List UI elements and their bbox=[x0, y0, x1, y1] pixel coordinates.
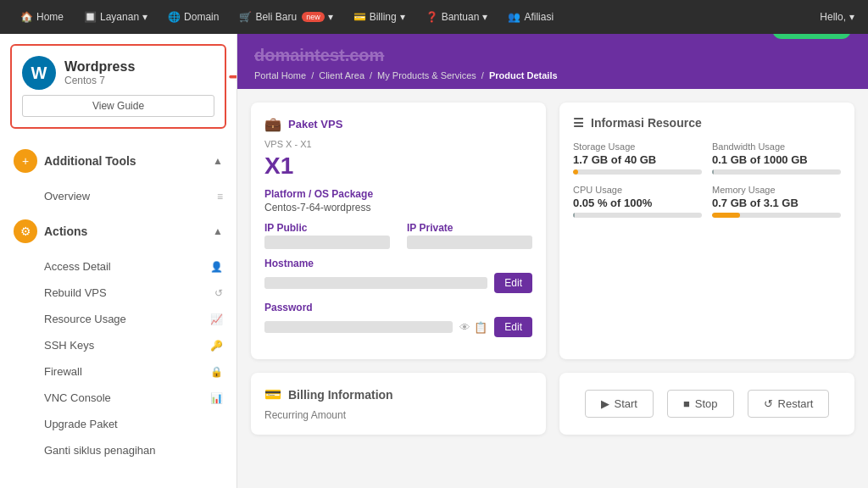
afiliasi-icon: 👥 bbox=[508, 11, 520, 23]
view-guide-button[interactable]: View Guide bbox=[22, 95, 214, 117]
vps-tier: VPS X - X1 bbox=[264, 139, 532, 149]
new-badge: new bbox=[302, 12, 325, 22]
status-badge: RUNNING bbox=[772, 34, 851, 39]
cpu-progress-bar bbox=[573, 213, 702, 218]
topnav-hello: Hello, ▾ bbox=[820, 11, 854, 23]
help-icon: ❓ bbox=[426, 11, 438, 23]
billing-card: 💳 Billing Information Recurring Amount bbox=[251, 373, 546, 435]
bantuan-dropdown-icon: ▾ bbox=[482, 11, 487, 23]
bandwidth-usage: Bandwidth Usage 0.1 GB of 1000 GB bbox=[712, 141, 841, 175]
copy-icon[interactable]: 📋 bbox=[474, 321, 487, 334]
user-dropdown-icon[interactable]: ▾ bbox=[849, 11, 854, 23]
ip-private-label: IP Private bbox=[407, 222, 532, 234]
resource-header: ☰ Informasi Resource bbox=[573, 116, 841, 130]
sidebar-item-ganti-siklus[interactable]: Ganti siklus penagihan bbox=[0, 437, 236, 463]
cpu-usage: CPU Usage 0.05 % of 100% bbox=[573, 185, 702, 218]
sidebar-item-ssh-keys[interactable]: SSH Keys 🔑 bbox=[0, 332, 236, 358]
actions-icon: ⚙ bbox=[14, 219, 37, 243]
breadcrumb-current: Product Details bbox=[489, 70, 558, 80]
paket-label: 💼 Paket VPS bbox=[264, 116, 532, 132]
sidebar-item-upgrade-paket[interactable]: Upgrade Paket bbox=[0, 411, 236, 437]
billing-sub: Recurring Amount bbox=[264, 409, 532, 421]
bandwidth-progress-fill bbox=[712, 169, 714, 175]
home-icon: 🏠 bbox=[20, 11, 33, 23]
hostname-label: Hostname bbox=[264, 258, 532, 269]
nav-beli-baru[interactable]: 🛒 Beli Baru new ▾ bbox=[232, 8, 339, 26]
nav-bantuan[interactable]: ❓ Bantuan ▾ bbox=[419, 8, 495, 26]
memory-progress-bar bbox=[712, 213, 841, 218]
nav-home[interactable]: 🏠 Home bbox=[14, 8, 70, 26]
wp-card: W Wordpress Centos 7 View Guide ➜ bbox=[10, 44, 226, 129]
memory-progress-fill bbox=[712, 213, 740, 218]
bandwidth-progress-bar bbox=[712, 169, 841, 175]
beli-dropdown-icon: ▾ bbox=[328, 11, 333, 23]
restart-icon: ↺ bbox=[764, 397, 773, 410]
billing-icon: 💳 bbox=[264, 386, 281, 402]
memory-usage: Memory Usage 0.7 GB of 3.1 GB bbox=[712, 185, 841, 218]
cart-icon: 🛒 bbox=[239, 11, 252, 23]
wordpress-logo: W bbox=[22, 56, 56, 90]
nav-afiliasi[interactable]: 👥 Afiliasi bbox=[501, 8, 560, 26]
sidebar: W Wordpress Centos 7 View Guide ➜ + Addi… bbox=[0, 34, 237, 488]
nav-layanan[interactable]: 🔲 Layanan ▾ bbox=[77, 8, 154, 26]
paket-vps-card: 💼 Paket VPS VPS X - X1 X1 Platform / OS … bbox=[251, 103, 546, 359]
hostname-row: Hostname Edit bbox=[264, 258, 532, 293]
resource-grid: Storage Usage 1.7 GB of 40 GB Bandwidth … bbox=[573, 141, 841, 218]
additional-tools-title: Additional Tools bbox=[44, 154, 136, 168]
domain-icon: 🌐 bbox=[168, 11, 181, 23]
sidebar-item-access-detail[interactable]: Access Detail 👤 bbox=[0, 253, 236, 280]
cpu-progress-fill bbox=[573, 213, 575, 218]
billing-dropdown-icon: ▾ bbox=[400, 11, 405, 23]
nav-domain[interactable]: 🌐 Domain bbox=[161, 8, 225, 26]
main-content: domaintest.com RUNNING Portal Home / Cli… bbox=[237, 34, 868, 488]
sidebar-item-firewall[interactable]: Firewall 🔒 bbox=[0, 358, 236, 385]
actions-section[interactable]: ⚙ Actions ▲ bbox=[0, 209, 236, 253]
sidebar-item-rebuild-vps[interactable]: Rebuild VPS ↺ bbox=[0, 280, 236, 306]
breadcrumb-portal[interactable]: Portal Home bbox=[254, 70, 306, 80]
resource-icon: ☰ bbox=[573, 116, 584, 130]
page-header: domaintest.com RUNNING Portal Home / Cli… bbox=[237, 34, 868, 89]
additional-tools-icon: + bbox=[14, 149, 37, 173]
restart-button[interactable]: ↺ Restart bbox=[748, 390, 830, 418]
ip-public-value bbox=[264, 236, 390, 249]
layanan-dropdown-icon: ▾ bbox=[142, 11, 147, 23]
sidebar-item-vnc-console[interactable]: VNC Console 📊 bbox=[0, 385, 236, 411]
vnc-icon: 📊 bbox=[210, 392, 223, 404]
resource-info-card: ☰ Informasi Resource Storage Usage 1.7 G… bbox=[559, 103, 854, 359]
storage-progress-fill bbox=[573, 169, 578, 175]
storage-usage: Storage Usage 1.7 GB of 40 GB bbox=[573, 141, 702, 175]
resource-icon: 📈 bbox=[210, 313, 223, 325]
additional-tools-chevron: ▲ bbox=[213, 155, 223, 167]
cards-grid: 💼 Paket VPS VPS X - X1 X1 Platform / OS … bbox=[237, 89, 868, 448]
ssh-icon: 🔑 bbox=[210, 340, 223, 352]
hostname-value bbox=[264, 277, 487, 289]
password-icons: 👁 📋 bbox=[459, 321, 487, 334]
storage-progress-bar bbox=[573, 169, 702, 175]
access-detail-icon: 👤 bbox=[210, 261, 223, 273]
hostname-edit-button[interactable]: Edit bbox=[494, 273, 532, 293]
breadcrumb: Portal Home / Client Area / My Products … bbox=[254, 70, 851, 80]
sidebar-item-overview[interactable]: Overview ≡ bbox=[0, 183, 236, 209]
actions-title: Actions bbox=[44, 225, 87, 238]
layanan-icon: 🔲 bbox=[84, 11, 97, 23]
rebuild-icon: ↺ bbox=[214, 287, 223, 299]
nav-billing[interactable]: 💳 Billing ▾ bbox=[347, 8, 412, 26]
billing-icon: 💳 bbox=[353, 11, 366, 23]
eye-icon[interactable]: 👁 bbox=[459, 321, 470, 334]
actions-chevron: ▲ bbox=[213, 225, 223, 237]
ip-row: IP Public IP Private bbox=[264, 222, 532, 249]
start-button[interactable]: ▶ Start bbox=[585, 390, 654, 418]
wp-title: Wordpress bbox=[64, 59, 135, 75]
start-icon: ▶ bbox=[601, 397, 609, 410]
password-edit-button[interactable]: Edit bbox=[494, 317, 532, 337]
breadcrumb-client[interactable]: Client Area bbox=[319, 70, 364, 80]
breadcrumb-products[interactable]: My Products & Services bbox=[377, 70, 476, 80]
stop-button[interactable]: ■ Stop bbox=[667, 390, 734, 418]
ip-private-value bbox=[407, 236, 532, 249]
sidebar-item-resource-usage[interactable]: Resource Usage 📈 bbox=[0, 306, 236, 332]
additional-tools-section[interactable]: + Additional Tools ▲ bbox=[0, 139, 236, 183]
wp-subtitle: Centos 7 bbox=[64, 75, 135, 86]
controls-card: ▶ Start ■ Stop ↺ Restart bbox=[559, 373, 854, 435]
paket-icon: 💼 bbox=[264, 116, 281, 132]
firewall-icon: 🔒 bbox=[210, 366, 223, 378]
